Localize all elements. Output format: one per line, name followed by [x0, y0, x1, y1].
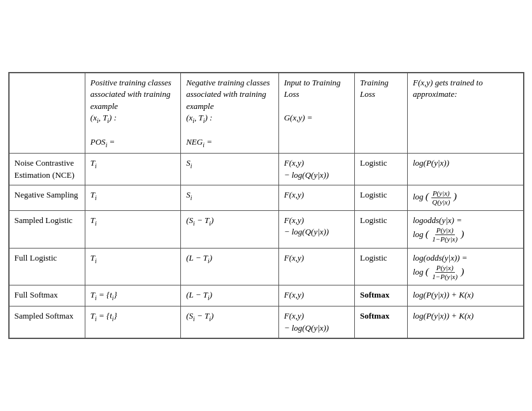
row-fs-pos: Ti = {ti} — [85, 285, 180, 306]
row-fl-loss: Logistic — [354, 248, 407, 285]
header-col5: Training Loss — [354, 73, 407, 154]
row-label-full-softmax: Full Softmax — [9, 285, 85, 306]
row-label-full-logistic: Full Logistic — [9, 248, 85, 285]
row-nce-pos: Ti — [85, 154, 180, 185]
comparison-table: Positive training classes associated wit… — [9, 73, 524, 338]
header-col3: Negative training classes associated wit… — [181, 73, 279, 154]
header-col6-text: F(x,y) gets trained to approximate: — [413, 78, 483, 99]
row-fs-loss: Softmax — [354, 285, 407, 306]
row-nce-input: F(x,y) − log(Q(y|x)) — [278, 154, 354, 185]
header-col4: Input to Training Loss G(x,y) = — [278, 73, 354, 154]
row-fl-neg: (L − Ti) — [181, 248, 279, 285]
header-col5-text: Training Loss — [360, 78, 389, 99]
header-col4-math: G(x,y) = — [284, 113, 313, 122]
row-fl-pos: Ti — [85, 248, 180, 285]
row-label-sampled-softmax: Sampled Softmax — [9, 306, 85, 338]
row-nce-neg: Si — [181, 154, 279, 185]
table-row: Noise Contrastive Estimation (NCE) Ti Si… — [9, 154, 523, 185]
row-fl-approx: log(odds(y|x)) = log ( P(y|x) 1−P(y|x) ) — [407, 248, 523, 285]
header-col2-math1: (xi, Ti) : — [90, 113, 117, 122]
header-col2-math2: POSi = — [90, 137, 115, 147]
header-col4-text: Input to Training Loss G(x,y) = — [284, 78, 341, 122]
row-neg-input: F(x,y) — [278, 185, 354, 210]
row-neg-pos: Ti — [85, 185, 180, 210]
row-ss-neg: (Si − Ti) — [181, 306, 279, 338]
row-nce-loss: Logistic — [354, 154, 407, 185]
row-neg-neg: Si — [181, 185, 279, 210]
header-col2-text: Positive training classes associated wit… — [90, 78, 171, 147]
row-sl-neg: (Si − Ti) — [181, 211, 279, 249]
table-row: Sampled Softmax Ti = {ti} (Si − Ti) F(x,… — [9, 306, 523, 338]
row-nce-approx: log(P(y|x)) — [407, 154, 523, 185]
row-ss-approx: log(P(y|x)) + K(x) — [407, 306, 523, 338]
row-label-neg-sampling: Negative Sampling — [9, 185, 85, 210]
table-row: Full Logistic Ti (L − Ti) F(x,y) Logisti… — [9, 248, 523, 285]
row-ss-pos: Ti = {ti} — [85, 306, 180, 338]
header-col1 — [9, 73, 85, 154]
row-fs-input: F(x,y) — [278, 285, 354, 306]
row-ss-input: F(x,y) − log(Q(y|x)) — [278, 306, 354, 338]
header-col3-text: Negative training classes associated wit… — [186, 78, 270, 147]
row-sl-input: F(x,y) − log(Q(y|x)) — [278, 211, 354, 249]
row-label-sampled-logistic: Sampled Logistic — [9, 211, 85, 249]
row-sl-approx: logodds(y|x) = log ( P(y|x) 1−P(y|x) ) — [407, 211, 523, 249]
row-fl-input: F(x,y) — [278, 248, 354, 285]
header-col6: F(x,y) gets trained to approximate: — [407, 73, 523, 154]
row-fs-neg: (L − Ti) — [181, 285, 279, 306]
main-table-container: Positive training classes associated wit… — [8, 72, 524, 339]
row-label-nce: Noise Contrastive Estimation (NCE) — [9, 154, 85, 185]
header-col2: Positive training classes associated wit… — [85, 73, 180, 154]
table-row: Negative Sampling Ti Si F(x,y) Logistic … — [9, 185, 523, 210]
header-row: Positive training classes associated wit… — [9, 73, 523, 154]
row-sl-pos: Ti — [85, 211, 180, 249]
header-col3-math1: (xi, Ti) : — [186, 113, 212, 122]
row-sl-loss: Logistic — [354, 211, 407, 249]
row-fs-approx: log(P(y|x)) + K(x) — [407, 285, 523, 306]
table-row: Full Softmax Ti = {ti} (L − Ti) F(x,y) S… — [9, 285, 523, 306]
row-neg-approx: log ( P(y|x) Q(y|x) ) — [407, 185, 523, 210]
row-ss-loss: Softmax — [354, 306, 407, 338]
table-row: Sampled Logistic Ti (Si − Ti) F(x,y) − l… — [9, 211, 523, 249]
header-col3-math2: NEGi = — [186, 137, 212, 147]
row-neg-loss: Logistic — [354, 185, 407, 210]
